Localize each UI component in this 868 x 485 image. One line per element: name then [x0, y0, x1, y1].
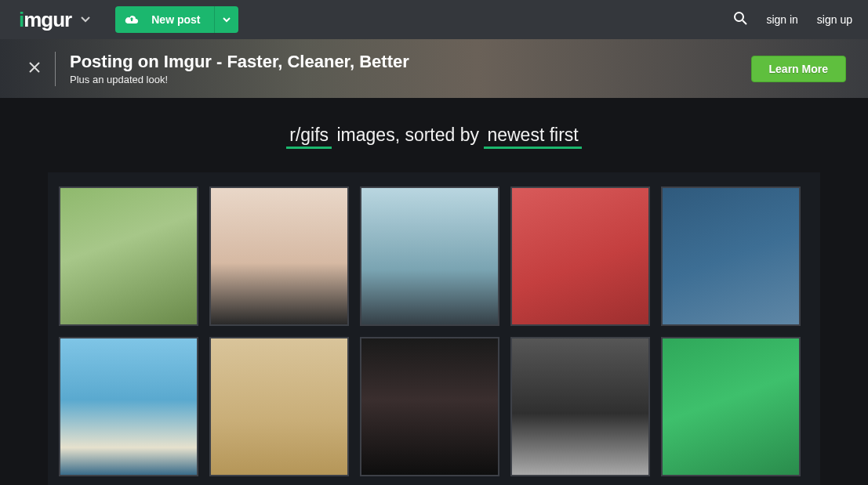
gallery-thumb[interactable]	[661, 337, 801, 476]
logo-rest: mgur	[24, 8, 71, 32]
new-post-button[interactable]: New post	[115, 6, 238, 33]
banner-subtitle: Plus an updated look!	[70, 74, 409, 85]
learn-more-button[interactable]: Learn More	[751, 56, 846, 82]
gallery-thumb[interactable]	[209, 337, 349, 476]
new-post-label: New post	[147, 13, 214, 26]
top-right: sign in sign up	[733, 11, 852, 29]
gallery-thumb[interactable]	[209, 186, 349, 326]
gallery-thumb[interactable]	[360, 186, 499, 326]
banner-title: Posting on Imgur - Faster, Cleaner, Bett…	[70, 52, 409, 72]
gallery-heading: r/gifs images, sorted by newest first	[0, 125, 868, 146]
gallery-thumb[interactable]	[510, 337, 650, 476]
gallery-container	[48, 172, 820, 485]
gallery-grid	[59, 186, 809, 476]
gallery-thumb[interactable]	[661, 186, 801, 326]
gallery-thumb[interactable]	[510, 186, 650, 326]
chevron-down-icon	[81, 16, 90, 23]
svg-point-0	[735, 13, 743, 21]
gallery-thumb[interactable]	[59, 337, 198, 476]
banner-text: Posting on Imgur - Faster, Cleaner, Bett…	[70, 52, 409, 85]
chevron-down-icon	[223, 17, 231, 23]
logo[interactable]: imgur	[19, 8, 71, 32]
gallery-thumb[interactable]	[360, 337, 499, 476]
logo-dropdown-caret[interactable]	[81, 14, 90, 25]
cloud-upload-icon	[115, 14, 147, 25]
close-icon[interactable]	[19, 60, 50, 78]
subreddit-dropdown[interactable]: r/gifs	[286, 125, 332, 147]
sign-up-link[interactable]: sign up	[817, 13, 852, 26]
svg-line-1	[743, 20, 746, 24]
banner-divider	[55, 52, 56, 86]
new-post-caret[interactable]	[214, 6, 238, 33]
sign-in-link[interactable]: sign in	[766, 13, 797, 26]
search-icon[interactable]	[733, 11, 747, 29]
gallery-thumb[interactable]	[59, 186, 198, 326]
sort-dropdown[interactable]: newest first	[484, 125, 581, 147]
heading-middle: images, sorted by	[332, 125, 484, 145]
announcement-banner: Posting on Imgur - Faster, Cleaner, Bett…	[0, 39, 868, 98]
top-bar: imgur New post sign in sign up	[0, 0, 868, 39]
